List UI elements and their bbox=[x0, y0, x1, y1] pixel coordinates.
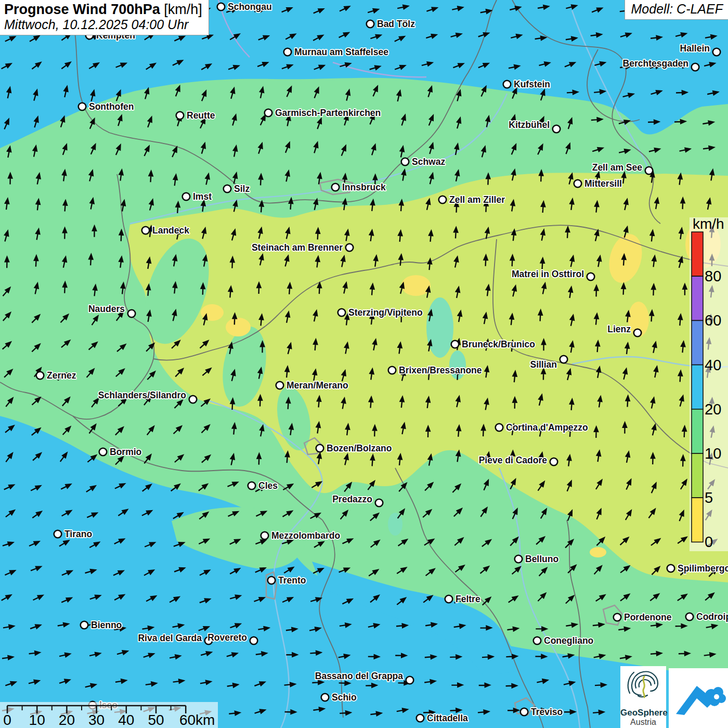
model-box: Modell: C-LAEF bbox=[625, 0, 728, 20]
city-marker bbox=[375, 499, 383, 507]
scalebar-label: 30 bbox=[88, 712, 105, 728]
city-marker bbox=[217, 3, 225, 11]
city-label: Zell am Ziller bbox=[449, 194, 505, 205]
city-label: Sonthofen bbox=[89, 101, 134, 112]
title-box: Prognose Wind 700hPa [km/h] Mittwoch, 10… bbox=[0, 0, 209, 35]
map-title-unit: [km/h] bbox=[164, 2, 202, 17]
city-marker bbox=[503, 81, 511, 88]
city-label: Berchtesgaden bbox=[623, 58, 688, 69]
city-label: Garmisch-Partenkirchen bbox=[275, 108, 381, 118]
model-label: Modell: C-LAEF bbox=[631, 2, 723, 16]
city: Silz bbox=[224, 184, 250, 194]
city: Garmisch-Partenkirchen bbox=[265, 108, 381, 118]
city-marker bbox=[321, 694, 329, 701]
legend-color-block bbox=[692, 276, 703, 320]
city-label: Bienno bbox=[91, 620, 122, 630]
city-label: Treviso bbox=[531, 707, 563, 717]
legend-title: km/h bbox=[693, 216, 724, 232]
city-marker bbox=[560, 356, 568, 363]
city-label: Kufstein bbox=[514, 79, 550, 89]
legend-tick-label: 10 bbox=[705, 445, 721, 462]
city: Steinach am Brenner bbox=[252, 242, 353, 253]
legend-tick-label: 40 bbox=[705, 357, 721, 373]
partner-logo-box bbox=[669, 668, 728, 728]
city: Schio bbox=[321, 692, 357, 703]
city: Bruneck/Brunico bbox=[451, 339, 535, 349]
city-label: Innsbruck bbox=[342, 182, 386, 192]
city-marker bbox=[332, 184, 340, 191]
city-marker bbox=[224, 185, 231, 193]
city-label: Steinach am Brenner bbox=[252, 242, 343, 253]
city-label: Bruneck/Brunico bbox=[462, 339, 535, 349]
city-label: Cortina d'Ampezzo bbox=[506, 422, 588, 433]
map-title: Prognose Wind 700hPa [km/h] bbox=[4, 2, 202, 17]
city-label: Belluno bbox=[525, 554, 558, 564]
city-marker bbox=[176, 112, 184, 120]
city-label: Zell am See bbox=[592, 162, 643, 173]
city-label: Meran/Merano bbox=[287, 380, 348, 391]
city-label: Landeck bbox=[152, 225, 189, 236]
city-marker bbox=[250, 637, 258, 645]
city-label: Matrei in Osttirol bbox=[512, 269, 584, 279]
city-label: Mezzolombardo bbox=[271, 530, 340, 541]
scalebar-label: 0 bbox=[3, 712, 11, 728]
region-yellow-patch bbox=[401, 275, 431, 296]
city-marker bbox=[496, 424, 503, 432]
legend-color-block bbox=[692, 232, 703, 276]
scalebar-label: 10 bbox=[29, 712, 45, 728]
city-label: Spilimbergo bbox=[678, 563, 728, 574]
city-marker bbox=[534, 637, 541, 645]
city-label: Bassano del Grappa bbox=[315, 671, 403, 681]
city-marker bbox=[183, 193, 190, 201]
city: Imst bbox=[183, 191, 212, 202]
city-label: Feltre bbox=[456, 594, 480, 604]
city-marker bbox=[574, 180, 582, 188]
legend-tick-label: 20 bbox=[705, 401, 721, 418]
city-label: Lienz bbox=[607, 324, 631, 334]
city-marker bbox=[276, 382, 284, 389]
city: Treviso bbox=[521, 707, 563, 717]
region-yellow-patch bbox=[226, 318, 251, 336]
city-marker bbox=[553, 125, 561, 133]
city-marker bbox=[36, 372, 44, 380]
city: Bozen/Bolzano bbox=[316, 443, 392, 453]
city-label: Schwaz bbox=[412, 157, 445, 167]
city: Murnau am Staffelsee bbox=[284, 47, 388, 57]
city-marker bbox=[261, 532, 269, 540]
city-label: Sterzing/Vipiteno bbox=[348, 307, 423, 318]
distance-scale-bar: 0102030405060km bbox=[0, 702, 218, 728]
city-marker bbox=[645, 167, 653, 175]
city: Sterzing/Vipiteno bbox=[338, 307, 423, 318]
city: Meran/Merano bbox=[276, 380, 348, 391]
city: Brixen/Bressanone bbox=[388, 365, 482, 375]
city: Riva del Garda bbox=[138, 633, 212, 644]
city-marker bbox=[268, 577, 276, 584]
legend-tick-label: 0 bbox=[705, 534, 713, 550]
region-yellow-patch bbox=[590, 547, 606, 557]
city-marker bbox=[265, 109, 272, 117]
scalebar-label: 50 bbox=[148, 712, 164, 728]
legend-color-block bbox=[692, 409, 703, 453]
city-label: Mittersill bbox=[584, 178, 622, 189]
city-marker bbox=[128, 310, 136, 318]
legend-tick-label: 60 bbox=[705, 312, 721, 329]
city: Tirano bbox=[54, 529, 92, 539]
city-label: Predazzo bbox=[332, 494, 372, 504]
legend-color-block bbox=[692, 453, 703, 498]
city-marker bbox=[550, 458, 558, 466]
region-mint-patch bbox=[388, 513, 402, 536]
city-marker bbox=[54, 530, 62, 538]
city-marker bbox=[445, 595, 453, 603]
city-marker bbox=[614, 614, 621, 621]
city: Codroipo bbox=[686, 612, 728, 622]
city: Pieve di Cadore bbox=[479, 455, 558, 465]
city-label: Schongau bbox=[228, 2, 272, 12]
city-label: Nauders bbox=[88, 304, 125, 314]
geosphere-logo-icon bbox=[620, 666, 666, 707]
scalebar-label: 20 bbox=[59, 712, 75, 728]
city-label: Zernez bbox=[47, 370, 76, 381]
geosphere-country: Austria bbox=[620, 718, 666, 727]
scalebar-label: 40 bbox=[118, 712, 134, 728]
city-marker bbox=[99, 448, 107, 456]
city-marker bbox=[451, 341, 459, 348]
